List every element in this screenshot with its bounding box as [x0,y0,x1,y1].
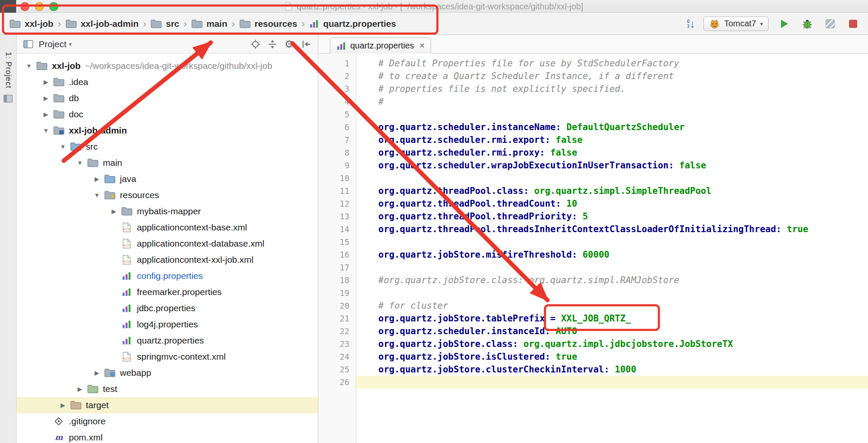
debug-button[interactable] [800,17,814,31]
breadcrumb-item-xxl-job-admin[interactable]: xxl-job-admin [64,19,141,29]
code-line-4[interactable]: 4# [319,95,868,108]
property-separator: : [572,211,582,222]
breadcrumb-item-src[interactable]: src [149,19,181,29]
breadcrumb-item-quartz.properties[interactable]: quartz.properties [307,19,398,29]
project-tool-window-icon[interactable] [3,94,13,105]
code-line-24[interactable]: 24org.quartz.jobStore.isClustered: true [319,350,868,363]
code-line-1[interactable]: 1# Default Properties file for use by St… [319,57,868,70]
tree-item-resources[interactable]: ▼resources [17,187,318,203]
run-configuration-select[interactable]: Tomcat7 ▾ [703,17,769,31]
scroll-from-source-icon[interactable] [266,38,279,51]
settings-gear-icon[interactable]: ⚙▾ [283,38,296,51]
code-line-13[interactable]: 13org.quartz.threadPool.threadPriority: … [319,210,868,223]
code-line-9[interactable]: 9org.quartz.scheduler.wrapJobExecutionIn… [319,159,868,172]
chevron-down-icon[interactable]: ▾ [69,41,71,47]
breadcrumb-item-resources[interactable]: resources [238,19,299,29]
tree-item-applicationcontext-database.xml[interactable]: </>applicationcontext-database.xml [17,236,318,252]
code-line-8[interactable]: 8org.quartz.scheduler.rmi.proxy: false [319,146,868,159]
chevron-collapsed-icon[interactable]: ▶ [108,208,120,215]
tree-item-jdbc.properties[interactable]: jdbc.properties [17,300,318,316]
window-title-wrap: quartz.properties - xxl-job - [~/workspa… [0,0,868,13]
code-line-3[interactable]: 3# properties file is not explicitly spe… [319,82,868,95]
chevron-expanded-icon[interactable]: ▼ [40,127,52,134]
chevron-collapsed-icon[interactable]: ▶ [74,386,86,392]
title-bar: quartz.properties - xxl-job - [~/workspa… [0,0,868,13]
chevron-collapsed-icon[interactable]: ▶ [91,369,103,376]
breadcrumb: xxl-job›xxl-job-admin›src›main›resources… [0,18,398,30]
code-text: #org.quartz.jobStore.class: org.quartz.s… [356,274,868,287]
tab-quartz-properties[interactable]: quartz.properties × [330,37,431,54]
code-line-15[interactable]: 15 [319,236,868,248]
code-line-21[interactable]: 21org.quartz.jobStore.tablePrefix = XXL_… [319,312,868,325]
code-line-10[interactable]: 10 [319,172,868,185]
hide-panel-icon[interactable] [300,38,313,51]
tree-item-applicationcontext-xxl-job.xml[interactable]: </>applicationcontext-xxl-job.xml [17,252,318,268]
tree-item-config.properties[interactable]: config.properties [17,268,318,284]
code-editor[interactable]: 1# Default Properties file for use by St… [319,54,868,443]
tree-item-target[interactable]: ▶target [17,397,318,413]
tree-item-db[interactable]: ▶db [17,90,318,106]
chevron-expanded-icon[interactable]: ▼ [74,159,86,166]
tree-item-main[interactable]: ▼main [17,155,318,171]
code-line-25[interactable]: 25org.quartz.jobStore.clusterCheckinInte… [319,363,868,376]
locate-file-icon[interactable] [249,38,262,51]
property-key: org.quartz.jobStore.misfireThreshold [378,250,572,260]
code-line-17[interactable]: 17 [319,261,868,274]
zoom-window-icon[interactable] [49,2,58,11]
tree-item-xxl-job-admin[interactable]: ▼xxl-job-admin [17,122,318,139]
tree-item-log4j.properties[interactable]: log4j.properties [17,316,318,332]
close-window-icon[interactable] [20,2,29,11]
breadcrumb-item-xxl-job[interactable]: xxl-job [8,19,55,29]
code-line-12[interactable]: 12org.quartz.threadPool.threadCount: 10 [319,197,868,210]
chevron-collapsed-icon[interactable]: ▶ [57,402,69,409]
code-line-14[interactable]: 14org.quartz.threadPool.threadsInheritCo… [319,223,868,236]
code-line-5[interactable]: 5 [319,108,868,121]
chevron-collapsed-icon[interactable]: ▶ [40,79,52,85]
code-line-23[interactable]: 23org.quartz.jobStore.class: org.quartz.… [319,338,868,350]
code-line-22[interactable]: 22org.quartz.scheduler.instanceId: AUTO [319,325,868,338]
code-line-11[interactable]: 11org.quartz.threadPool.class: org.quart… [319,185,868,197]
chevron-expanded-icon[interactable]: ▼ [57,143,69,150]
line-number: 23 [319,338,356,350]
tree-item-applicationcontext-base.xml[interactable]: </>applicationcontext-base.xml [17,219,318,236]
code-line-16[interactable]: 16org.quartz.jobStore.misfireThreshold: … [319,248,868,261]
project-panel-title[interactable]: Project [39,39,66,49]
stop-button[interactable] [846,17,860,31]
coverage-button[interactable] [823,17,837,31]
code-line-7[interactable]: 7org.quartz.scheduler.rmi.export: false [319,133,868,146]
chevron-expanded-icon[interactable]: ▼ [91,192,103,199]
chevron-collapsed-icon[interactable]: ▶ [91,176,103,182]
code-line-6[interactable]: 6org.quartz.scheduler.instanceName: Defa… [319,121,868,133]
tree-item-java[interactable]: ▶java [17,171,318,187]
code-line-20[interactable]: 20# for cluster [319,299,868,312]
tree-item-pom.xml[interactable]: mpom.xml [17,429,318,443]
tree-item-test[interactable]: ▶test [17,381,318,397]
tree-item-mybatis-mapper[interactable]: ▶mybatis-mapper [17,203,318,219]
tree-item-springmvc-context.xml[interactable]: </>springmvc-context.xml [17,349,318,365]
chevron-collapsed-icon[interactable]: ▶ [40,95,52,102]
code-line-26[interactable]: 26 [319,376,868,389]
project-tool-window-button[interactable]: 1: Project [4,52,13,88]
code-line-18[interactable]: 18#org.quartz.jobStore.class: org.quartz… [319,274,868,287]
property-value: 60000 [582,250,609,260]
tree-item-quartz.properties[interactable]: quartz.properties [17,332,318,349]
chevron-collapsed-icon[interactable]: ▶ [40,111,52,118]
property-key: org.quartz.threadPool.threadPriority [378,211,572,222]
line-number: 12 [319,197,356,210]
chevron-expanded-icon[interactable]: ▼ [23,62,35,69]
tree-item-src[interactable]: ▼src [17,139,318,155]
sort-order-icon[interactable]: 0 1 ↓ [687,18,695,29]
tree-item-xxl-job[interactable]: ▼xxl-job~/workspaces/idea-git-workspace/… [17,58,318,74]
tree-item-.idea[interactable]: ▶.idea [17,74,318,90]
close-tab-icon[interactable]: × [420,41,425,51]
tree-item-.gitignore[interactable]: .gitignore [17,413,318,429]
code-line-19[interactable]: 19 [319,287,868,299]
property-separator: : [545,352,556,362]
code-line-2[interactable]: 2# to create a Quartz Scheduler Instance… [319,70,868,82]
tree-item-webapp[interactable]: ▶webapp [17,365,318,381]
tree-item-doc[interactable]: ▶doc [17,106,318,122]
run-button[interactable] [777,17,791,31]
breadcrumb-item-main[interactable]: main [190,19,229,29]
minimize-window-icon[interactable] [35,2,44,11]
tree-item-freemarker.properties[interactable]: freemarker.properties [17,284,318,300]
